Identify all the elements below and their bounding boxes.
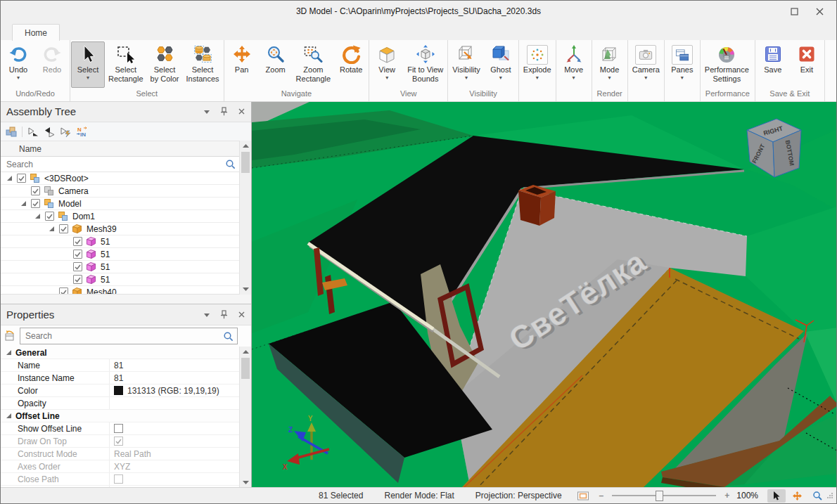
node-checkbox[interactable] (31, 199, 40, 208)
property-value[interactable] (110, 397, 239, 409)
panes-button[interactable]: Panes▾ (665, 41, 699, 88)
tree-node-51[interactable]: 51 (1, 235, 239, 248)
property-row-instance-name[interactable]: Instance Name81 (1, 372, 239, 385)
rotate-button[interactable]: Rotate (334, 41, 368, 88)
tree-node-51[interactable]: 51 (1, 273, 239, 286)
pan-mode-button[interactable] (788, 489, 806, 503)
select-mode-button[interactable] (767, 489, 786, 503)
property-row-show-offset-line[interactable]: Show Offset Line (1, 422, 239, 435)
fit-page-icon[interactable] (577, 491, 589, 500)
properties-scrollbar[interactable] (239, 347, 251, 488)
move-button[interactable]: Move▾ (557, 41, 591, 88)
tree-node-model[interactable]: Model (1, 198, 239, 210)
tree-node-3dsroot[interactable]: <3DSRoot> (1, 172, 239, 185)
search-icon[interactable] (225, 159, 236, 169)
visibility-button[interactable]: Visibility▾ (449, 41, 484, 88)
property-value[interactable]: Real Path (110, 448, 239, 460)
property-value[interactable]: 81 (110, 372, 239, 384)
property-row-draw-on-top[interactable]: Draw On Top (1, 435, 239, 448)
ghost-button[interactable]: Ghost▾ (484, 41, 518, 88)
section-collapse-icon[interactable] (1, 347, 15, 358)
resize-grip[interactable] (826, 492, 833, 499)
assembly-cubes-icon[interactable] (6, 126, 17, 137)
property-categories-icon[interactable] (4, 330, 15, 342)
close-panel-icon[interactable] (238, 108, 245, 115)
node-checkbox[interactable] (73, 275, 82, 284)
select-by-color-button[interactable]: Selectby Color (147, 41, 183, 88)
zoom-mode-button[interactable] (808, 489, 826, 503)
save-button[interactable]: Save (756, 41, 790, 88)
collapse-children-icon[interactable] (44, 126, 55, 137)
tree-search-input[interactable] (5, 159, 224, 170)
property-row-color[interactable]: Color131313 (RGB: 19,19,19) (1, 385, 239, 397)
panel-menu-chevron-icon[interactable] (203, 312, 210, 318)
pin-icon[interactable] (219, 107, 229, 116)
scroll-down-icon[interactable] (240, 477, 251, 488)
zoom-slider-thumb[interactable] (656, 491, 663, 501)
tab-home[interactable]: Home (12, 24, 60, 41)
camera-button[interactable]: Camera▾ (629, 41, 663, 88)
expander-icon[interactable] (5, 175, 13, 181)
node-checkbox[interactable] (73, 237, 82, 246)
scroll-up-icon[interactable] (240, 347, 251, 357)
node-checkbox[interactable] (73, 262, 82, 271)
zoom-button[interactable]: Zoom (259, 41, 293, 88)
property-value[interactable] (110, 435, 239, 447)
panel-menu-chevron-icon[interactable] (203, 109, 210, 115)
zoom-out-button[interactable]: – (599, 491, 604, 500)
close-panel-icon[interactable] (238, 311, 245, 318)
mode-button[interactable]: Mode▾ (593, 41, 627, 88)
pin-icon[interactable] (219, 310, 229, 319)
property-row-name[interactable]: Name81 (1, 359, 239, 372)
close-button[interactable] (807, 2, 832, 20)
zoom-slider[interactable] (612, 495, 716, 496)
property-section-general[interactable]: General (1, 347, 239, 359)
property-value[interactable]: 131313 (RGB: 19,19,19) (110, 385, 239, 396)
zoom-in-button[interactable]: + (724, 491, 729, 500)
value-checkbox[interactable] (114, 424, 123, 433)
tree-column-header-name[interactable]: Name (1, 141, 239, 157)
value-checkbox[interactable] (114, 474, 123, 484)
property-row-axes-order[interactable]: Axes OrderXYZ (1, 460, 239, 473)
select-button[interactable]: Select▾ (71, 41, 105, 88)
tree-node-51[interactable]: 51 (1, 261, 239, 273)
node-checkbox[interactable] (17, 174, 26, 183)
select-instances-button[interactable]: SelectInstances (183, 41, 223, 88)
property-row-opacity[interactable]: Opacity (1, 397, 239, 410)
property-section-offset-line[interactable]: Offset Line (1, 410, 239, 422)
properties-search-input[interactable] (24, 330, 223, 342)
tree-node-camera[interactable]: Camera (1, 185, 239, 198)
performance-settings-button[interactable]: PerformanceSettings (701, 41, 753, 88)
maximize-button[interactable] (781, 2, 807, 20)
node-checkbox[interactable] (59, 224, 68, 233)
explode-button[interactable]: Explode▾ (520, 41, 555, 88)
chimney[interactable] (518, 185, 556, 226)
value-checkbox[interactable] (114, 437, 123, 446)
section-collapse-icon[interactable] (1, 410, 15, 422)
node-checkbox[interactable] (45, 212, 54, 221)
property-row-close-path[interactable]: Close Path (1, 473, 239, 486)
node-checkbox[interactable] (31, 186, 40, 195)
exit-button[interactable]: Exit (790, 41, 824, 88)
scrollbar-thumb[interactable] (241, 358, 250, 379)
node-checkbox[interactable] (73, 250, 82, 259)
scrollbar-thumb[interactable] (241, 152, 250, 173)
tree-node-dom1[interactable]: Dom1 (1, 210, 239, 223)
select-rectangle-button[interactable]: SelectRectangle (105, 41, 147, 88)
property-value[interactable]: 81 (110, 359, 239, 371)
undo-button[interactable]: Undo▾ (1, 41, 35, 88)
scroll-down-icon[interactable] (240, 284, 251, 295)
property-value[interactable] (110, 473, 239, 485)
redo-button[interactable]: Redo (35, 41, 69, 88)
zoom-rectangle-button[interactable]: ZoomRectangle (293, 41, 335, 88)
tree-scrollbar[interactable] (239, 141, 251, 295)
search-icon[interactable] (223, 331, 234, 342)
expand-children-icon[interactable] (27, 126, 39, 137)
tree-node-mesh40[interactable]: Mesh40 (1, 286, 239, 294)
expander-icon[interactable] (19, 200, 27, 207)
expander-icon[interactable] (33, 213, 41, 219)
expander-icon[interactable] (47, 226, 56, 232)
view-button[interactable]: View▾ (370, 41, 404, 88)
isolate-in-icon[interactable]: NIN (76, 126, 89, 137)
fit-to-view-bounds-button[interactable]: Fit to ViewBounds (404, 41, 447, 88)
